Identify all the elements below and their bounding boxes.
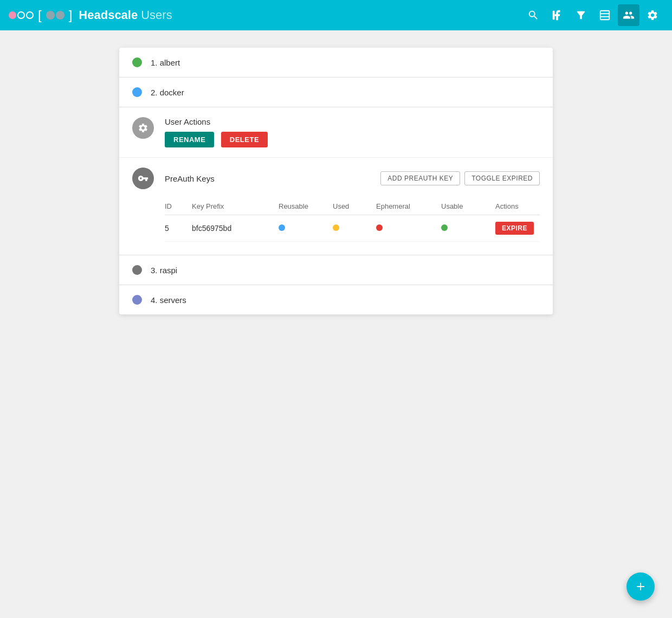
user-row-servers[interactable]: 4. servers (119, 285, 553, 314)
logo-bracket-open: [ (38, 9, 42, 22)
logo-bracket-close: ] (69, 9, 73, 22)
table-header: ID Key Prefix Reusable Used Ephemeral Us… (165, 198, 540, 215)
row-actions: EXPIRE (495, 222, 540, 235)
user-row-albert[interactable]: 1. albert (119, 48, 553, 78)
row-usable (441, 224, 495, 233)
logo-dot-teal (17, 11, 25, 19)
preauth-section: PreAuth Keys ADD PREAUTH KEY TOGGLE EXPI… (119, 158, 553, 255)
filter-icon (575, 9, 587, 21)
logo-inner-dots (46, 11, 64, 20)
gear-icon (138, 123, 148, 133)
col-usable: Usable (441, 202, 495, 210)
add-preauth-key-button[interactable]: ADD PREAUTH KEY (380, 171, 460, 185)
svg-rect-0 (553, 11, 555, 20)
user-name-raspi: 3. raspi (151, 266, 177, 275)
row-key-prefix: bfc56975bd (192, 224, 279, 233)
layout-icon (599, 9, 611, 21)
user-actions-content: User Actions RENAME DELETE (165, 117, 540, 147)
user-actions-icon (132, 117, 154, 139)
fab-add-button[interactable] (626, 572, 655, 601)
preauth-title: PreAuth Keys (165, 174, 380, 183)
table-row: 5 bfc56975bd (165, 215, 540, 242)
row-reusable (279, 224, 333, 233)
col-reusable: Reusable (279, 202, 333, 210)
settings-icon-btn[interactable] (642, 4, 663, 26)
app-header: [ ] Headscale Users (0, 0, 672, 30)
col-ephemeral: Ephemeral (376, 202, 441, 210)
delete-button[interactable]: DELETE (221, 132, 268, 147)
expire-button[interactable]: EXPIRE (495, 222, 534, 235)
user-row-raspi[interactable]: 3. raspi (119, 255, 553, 285)
search-icon (527, 9, 539, 21)
user-dot-servers (132, 295, 142, 305)
plus-icon (634, 580, 647, 593)
filter-icon-btn[interactable] (570, 4, 592, 26)
col-used: Used (333, 202, 376, 210)
user-dot-docker (132, 87, 142, 97)
col-key-prefix: Key Prefix (192, 202, 279, 210)
used-dot (333, 224, 339, 231)
ephemeral-dot (376, 224, 383, 231)
user-row-docker[interactable]: 2. docker (119, 78, 553, 107)
preauth-icon (132, 168, 154, 189)
logo-dot-pink (9, 11, 16, 19)
key-icon (138, 173, 148, 184)
row-ephemeral (376, 224, 441, 233)
settings-icon (647, 9, 658, 21)
app-subtitle: Users (141, 8, 172, 22)
preauth-actions: ADD PREAUTH KEY TOGGLE EXPIRED (380, 171, 540, 185)
book-icon (551, 9, 563, 21)
logo-dots (9, 11, 34, 19)
search-icon-btn[interactable] (522, 4, 544, 26)
toggle-expired-button[interactable]: TOGGLE EXPIRED (464, 171, 540, 185)
user-dot-raspi (132, 265, 142, 275)
app-title: Headscale (79, 8, 138, 22)
layout-icon-btn[interactable] (594, 4, 616, 26)
preauth-table: ID Key Prefix Reusable Used Ephemeral Us… (165, 198, 540, 242)
user-actions-section: User Actions RENAME DELETE (119, 107, 553, 158)
book-icon-btn[interactable] (546, 4, 568, 26)
rename-button[interactable]: RENAME (165, 132, 214, 147)
user-name-docker: 2. docker (151, 88, 184, 97)
logo-inner-dot2 (56, 11, 64, 20)
row-used (333, 224, 376, 233)
col-id: ID (165, 202, 192, 210)
svg-rect-1 (600, 11, 610, 20)
row-id: 5 (165, 224, 192, 233)
users-icon (623, 9, 635, 21)
users-card: 1. albert 2. docker User Actions RENAME … (119, 48, 553, 314)
col-actions: Actions (495, 202, 540, 210)
usable-dot (441, 224, 448, 231)
header-icons (522, 4, 663, 26)
reusable-dot (279, 224, 285, 231)
user-name-albert: 1. albert (151, 58, 180, 67)
logo-dot-teal2 (26, 11, 34, 19)
preauth-header: PreAuth Keys ADD PREAUTH KEY TOGGLE EXPI… (132, 168, 540, 189)
logo: [ ] (9, 9, 72, 22)
user-actions-title: User Actions (165, 117, 540, 126)
user-expanded-docker: 2. docker User Actions RENAME DELETE (119, 78, 553, 255)
user-dot-albert (132, 57, 142, 67)
logo-inner-dot1 (46, 11, 55, 20)
users-icon-btn[interactable] (618, 4, 639, 26)
main-content: 1. albert 2. docker User Actions RENAME … (0, 30, 672, 332)
user-name-servers: 4. servers (151, 295, 186, 305)
